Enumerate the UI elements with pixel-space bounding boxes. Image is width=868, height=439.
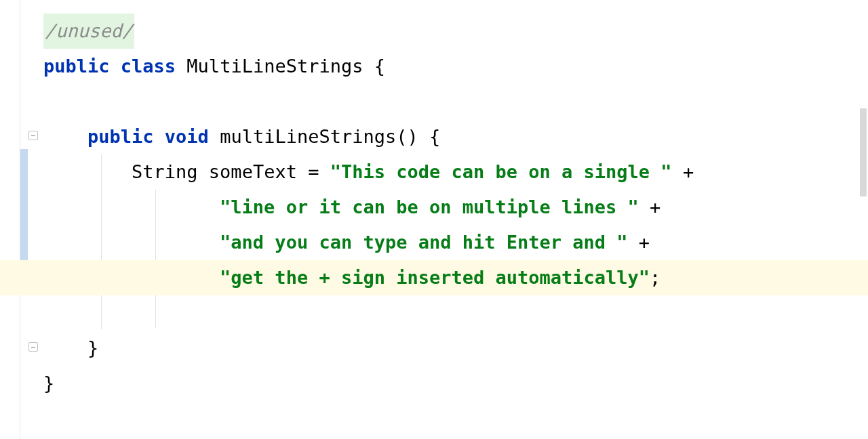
code-line[interactable] (43, 84, 868, 119)
code-line[interactable]: "and you can type and hit Enter and " + (43, 225, 868, 260)
inspection-highlight[interactable]: /unused/ (43, 14, 134, 49)
fold-handle-icon[interactable] (28, 342, 38, 352)
current-line-gutter-highlight (0, 260, 43, 295)
code-line[interactable]: /unused/ (43, 14, 868, 49)
gutter (0, 0, 20, 439)
scrollbar-thumb[interactable] (860, 108, 867, 196)
scrollbar-vertical[interactable] (859, 0, 867, 439)
code-content[interactable]: /unused/ public class MultiLineStrings {… (43, 0, 868, 439)
gutter-icons (28, 0, 43, 439)
code-line[interactable]: public void multiLineStrings() { (43, 119, 868, 154)
fold-handle-icon[interactable] (28, 131, 38, 140)
code-editor[interactable]: /unused/ public class MultiLineStrings {… (0, 0, 868, 439)
code-line[interactable]: } (43, 331, 868, 366)
code-line[interactable]: public class MultiLineStrings { (43, 49, 868, 84)
code-line[interactable]: String someText = "This code can be on a… (43, 154, 868, 190)
code-line[interactable]: "line or it can be on multiple lines " + (43, 190, 868, 225)
change-gutter (20, 0, 28, 439)
code-line[interactable]: } (43, 366, 868, 401)
code-line-current[interactable]: "get the + sign inserted automatically"; (43, 260, 868, 295)
code-line[interactable] (43, 295, 868, 331)
